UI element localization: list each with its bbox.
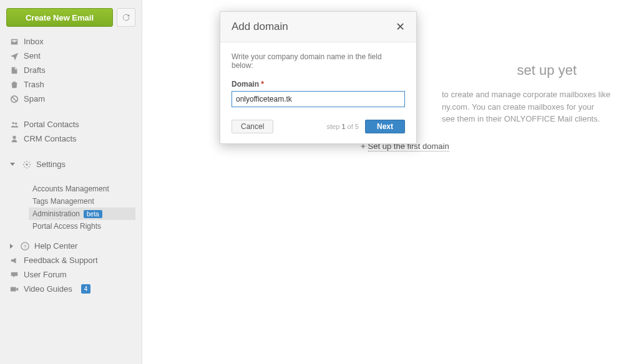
create-new-email-button[interactable]: Create New Email (6, 8, 113, 27)
sidebar-item-video[interactable]: Video Guides4 (10, 284, 132, 294)
spam-icon (10, 95, 19, 103)
sidebar-item-feedback[interactable]: Feedback & Support (10, 256, 132, 265)
modal-header: Add domain ✕ (220, 12, 416, 42)
beta-badge: beta (84, 210, 102, 218)
modal-title: Add domain (232, 21, 288, 33)
nav-label: Sent (24, 51, 41, 60)
nav-label: Portal Contacts (24, 120, 79, 129)
help-icon: ? (21, 242, 29, 251)
nav-label: Video Guides (24, 284, 72, 294)
sidebar-item-crm-contacts[interactable]: CRM Contacts (10, 134, 132, 143)
sent-icon (10, 52, 19, 60)
svg-rect-8 (11, 287, 16, 291)
nav-label: Inbox (24, 37, 44, 46)
sidebar-item-portal-contacts[interactable]: Portal Contacts (10, 120, 132, 129)
crm-contacts-icon (10, 135, 19, 143)
nav-label: User Forum (24, 270, 67, 279)
video-icon (10, 285, 19, 294)
nav-label: CRM Contacts (24, 134, 77, 143)
caret-down-icon (10, 163, 15, 166)
sidebar-item-sent[interactable]: Sent (10, 51, 132, 60)
sidebar-item-trash[interactable]: Trash (10, 80, 132, 89)
nav-label: Spam (24, 94, 45, 103)
refresh-button[interactable] (117, 8, 135, 27)
inbox-icon (10, 37, 19, 46)
svg-point-3 (15, 122, 17, 125)
svg-point-5 (26, 163, 28, 166)
portal-contacts-icon (10, 120, 19, 129)
svg-text:?: ? (24, 243, 27, 249)
settings-item-tags[interactable]: Tags Management (29, 195, 135, 208)
svg-point-2 (12, 122, 15, 124)
svg-point-4 (12, 135, 16, 138)
required-asterisk: * (261, 80, 264, 89)
nav-mail: Inbox Sent Drafts Trash Spam (6, 34, 135, 106)
forum-icon (10, 271, 19, 279)
modal-footer: Cancel step 1 of 5 Next (220, 112, 416, 143)
megaphone-icon (10, 256, 19, 265)
svg-line-1 (12, 97, 17, 101)
sidebar-item-inbox[interactable]: Inbox (10, 37, 132, 46)
settings-item-rights[interactable]: Portal Access Rights (29, 220, 135, 232)
gear-icon (22, 160, 31, 169)
sidebar-item-settings[interactable]: Settings (10, 160, 132, 169)
trash-icon (10, 80, 19, 89)
step-indicator: step 1 of 5 (327, 123, 359, 130)
sidebar-item-drafts[interactable]: Drafts (10, 65, 132, 75)
nav-help-group: ?Help Center Feedback & Support User For… (6, 239, 135, 296)
caret-right-icon (10, 244, 13, 249)
sidebar-item-forum[interactable]: User Forum (10, 270, 132, 279)
domain-input[interactable] (232, 91, 405, 107)
settings-sublist: Accounts Management Tags Management Admi… (29, 183, 135, 232)
next-button[interactable]: Next (365, 120, 405, 133)
page-description: to create and manage corporate mailboxes… (442, 89, 614, 125)
refresh-icon (122, 13, 130, 22)
nav-label: Administration (32, 209, 80, 218)
domain-field-label: Domain * (232, 80, 405, 89)
sidebar-item-help[interactable]: ?Help Center (10, 241, 132, 251)
nav-settings-group: Settings (6, 157, 135, 171)
nav-label: Trash (24, 80, 44, 89)
cancel-button[interactable]: Cancel (232, 120, 273, 133)
nav-label: Help Center (34, 241, 77, 251)
sidebar: Create New Email Inbox Sent Drafts Trash… (0, 0, 142, 364)
close-icon[interactable]: ✕ (396, 21, 405, 32)
nav-label: Drafts (24, 65, 46, 75)
settings-item-accounts[interactable]: Accounts Management (29, 183, 135, 195)
modal-instruction: Write your company domain name in the fi… (232, 52, 405, 70)
settings-item-administration[interactable]: Administrationbeta (29, 208, 135, 220)
nav-contacts: Portal Contacts CRM Contacts (6, 117, 135, 146)
sidebar-top-bar: Create New Email (6, 8, 135, 27)
video-count-badge: 4 (81, 284, 91, 294)
sidebar-item-spam[interactable]: Spam (10, 94, 132, 103)
drafts-icon (10, 66, 19, 75)
modal-body: Write your company domain name in the fi… (220, 42, 416, 112)
nav-label: Settings (36, 160, 66, 169)
nav-label: Feedback & Support (24, 256, 98, 265)
add-domain-modal: Add domain ✕ Write your company domain n… (220, 11, 417, 144)
